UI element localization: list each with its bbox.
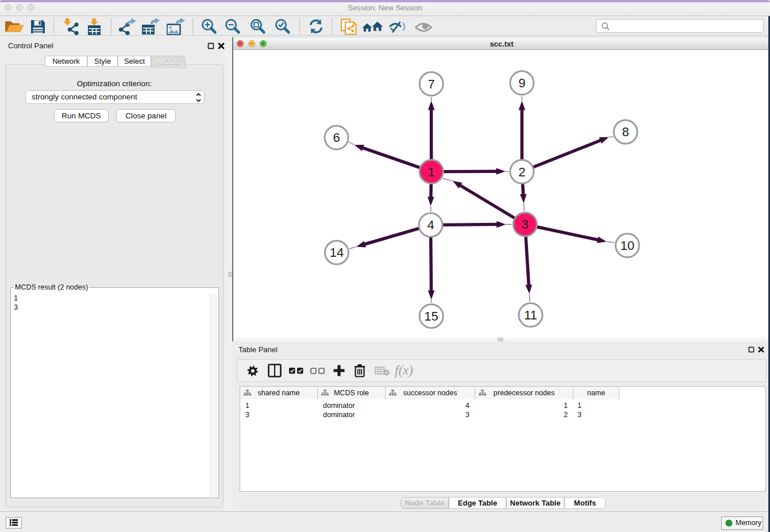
- svg-text:6: 6: [333, 130, 340, 145]
- svg-text:9: 9: [518, 76, 525, 90]
- svg-text:11: 11: [524, 308, 537, 322]
- svg-text:1: 1: [428, 165, 434, 179]
- svg-text:14: 14: [330, 245, 344, 260]
- svg-text:4: 4: [427, 218, 434, 232]
- svg-text:10: 10: [621, 238, 634, 253]
- svg-text:2: 2: [518, 165, 525, 179]
- svg-text:7: 7: [428, 77, 434, 91]
- svg-text:8: 8: [622, 125, 629, 139]
- svg-text:15: 15: [424, 309, 438, 323]
- svg-text:3: 3: [522, 217, 529, 232]
